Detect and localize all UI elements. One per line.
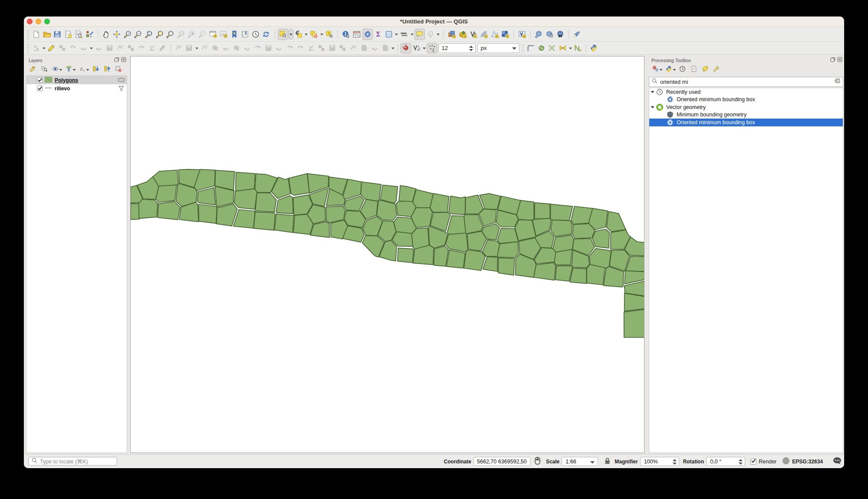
snapping-units-dropdown-icon[interactable] bbox=[510, 44, 519, 54]
toolbox-panel-close-button[interactable] bbox=[837, 57, 842, 62]
web-layers-button[interactable] bbox=[533, 29, 544, 40]
coordinate-input[interactable]: 5662,70 6369592,50 bbox=[473, 457, 530, 466]
add-group-button[interactable] bbox=[38, 65, 49, 75]
map-polygon-feature[interactable] bbox=[551, 220, 572, 237]
split-gray-button[interactable] bbox=[210, 43, 221, 53]
new-virtual-button[interactable] bbox=[517, 29, 527, 40]
new-raster-button[interactable] bbox=[500, 29, 510, 40]
lock-scale-icon[interactable] bbox=[604, 457, 611, 466]
deselect-dropdown[interactable] bbox=[319, 29, 324, 40]
select-rect-dropdown[interactable] bbox=[289, 29, 293, 40]
merge-gray-button[interactable] bbox=[242, 43, 253, 53]
map-polygon-feature[interactable] bbox=[197, 188, 216, 205]
vertex-gray-button[interactable] bbox=[78, 43, 89, 53]
map-polygon-feature[interactable] bbox=[607, 211, 626, 232]
map-polygon-feature[interactable] bbox=[624, 309, 644, 337]
remove-layer-button[interactable] bbox=[112, 65, 124, 75]
filter-funnel-dropdown[interactable] bbox=[72, 69, 76, 71]
python-plugin-button[interactable] bbox=[589, 43, 599, 53]
map-polygon-feature[interactable] bbox=[447, 250, 465, 268]
map-polygon-feature[interactable] bbox=[535, 203, 550, 219]
deselect-button[interactable] bbox=[309, 29, 319, 40]
select-expression-button[interactable] bbox=[293, 29, 304, 40]
regular-gray-button[interactable] bbox=[369, 43, 380, 53]
map-polygon-feature[interactable] bbox=[275, 214, 294, 233]
topo-bowtie-dropdown[interactable] bbox=[568, 43, 573, 54]
rotation-spin-arrows[interactable] bbox=[738, 458, 743, 467]
zoom-full-button[interactable] bbox=[144, 29, 154, 40]
layer-row-rilievo[interactable]: rilievo bbox=[26, 84, 127, 93]
zoom-window-button[interactable] bbox=[44, 19, 50, 24]
map-polygon-feature[interactable] bbox=[236, 172, 255, 192]
pan-hand-button[interactable] bbox=[101, 29, 112, 40]
select-rect-button[interactable] bbox=[278, 29, 288, 40]
folder-open-button[interactable] bbox=[42, 29, 52, 40]
zoom-native-button[interactable] bbox=[176, 29, 186, 40]
map-polygon-feature[interactable] bbox=[434, 246, 448, 266]
snapping-tolerance-spinbox[interactable]: 12 bbox=[438, 43, 476, 53]
web-search-button[interactable] bbox=[555, 29, 566, 40]
map-polygon-feature[interactable] bbox=[449, 196, 465, 215]
copy2-gray-button[interactable] bbox=[125, 43, 136, 53]
topo-n-button[interactable] bbox=[573, 43, 584, 53]
reshape-gray-button[interactable] bbox=[199, 43, 210, 53]
edits-current-button[interactable] bbox=[31, 43, 42, 53]
zoom-selection-button[interactable] bbox=[155, 29, 165, 40]
memory-indicator[interactable] bbox=[118, 77, 125, 85]
tree-row-algorithm[interactable]: Oriented minimum bounding box bbox=[649, 119, 843, 126]
calc-table-dropdown[interactable] bbox=[394, 29, 399, 40]
toolbox-panel-float-button[interactable] bbox=[830, 57, 835, 62]
calc-table-button[interactable] bbox=[384, 29, 394, 40]
map-polygon-feature[interactable] bbox=[555, 266, 572, 281]
expand-all-button[interactable] bbox=[90, 65, 101, 75]
map-canvas[interactable] bbox=[130, 56, 644, 453]
zoom-next-button[interactable] bbox=[197, 29, 207, 40]
map-polygon-feature[interactable] bbox=[234, 189, 257, 209]
map-polygon-feature[interactable] bbox=[625, 293, 644, 311]
map-polygon-feature[interactable] bbox=[413, 189, 434, 208]
python-small-dropdown[interactable] bbox=[673, 69, 677, 71]
new-shapefile-button[interactable] bbox=[468, 29, 478, 40]
snapping-units-combobox[interactable]: px bbox=[477, 43, 519, 53]
filter-expression-dropdown[interactable] bbox=[86, 69, 90, 71]
toolbox-search-input[interactable]: oriented mi bbox=[649, 77, 843, 87]
processing-gear-button[interactable] bbox=[362, 29, 373, 40]
delring-gray-button[interactable] bbox=[338, 43, 349, 53]
wrench-button[interactable] bbox=[710, 65, 722, 75]
map-polygon-feature[interactable] bbox=[254, 212, 276, 230]
crs-globe-icon[interactable] bbox=[782, 456, 790, 466]
map-polygon-feature[interactable] bbox=[411, 208, 432, 227]
map-polygon-feature[interactable] bbox=[515, 220, 536, 241]
swap-gray-button[interactable] bbox=[316, 43, 327, 53]
snap-dots-button[interactable] bbox=[427, 43, 437, 53]
attr-table-button[interactable] bbox=[352, 29, 362, 40]
map-polygon-feature[interactable] bbox=[587, 264, 605, 285]
pan-selection-button[interactable] bbox=[112, 29, 122, 40]
map-polygon-feature[interactable] bbox=[497, 228, 518, 244]
digitize-gray-button[interactable] bbox=[68, 43, 79, 53]
map-polygon-feature[interactable] bbox=[430, 193, 449, 212]
edit-tag-button[interactable] bbox=[699, 65, 710, 75]
map-polygon-feature[interactable] bbox=[361, 182, 381, 201]
select-value-button[interactable] bbox=[324, 29, 335, 40]
trim-gray-button[interactable] bbox=[231, 43, 242, 53]
annotation-gray-dropdown[interactable] bbox=[436, 29, 441, 40]
snap-type-button[interactable] bbox=[411, 43, 422, 53]
chart-gray-button[interactable] bbox=[173, 43, 184, 53]
addring-gray-button[interactable] bbox=[295, 43, 306, 53]
layout-manager-button[interactable] bbox=[73, 29, 84, 40]
new-3d-view-button[interactable] bbox=[218, 29, 229, 40]
render-checkbox[interactable] bbox=[750, 459, 756, 465]
map-polygon-feature[interactable] bbox=[398, 248, 414, 263]
web-lock-button[interactable] bbox=[544, 29, 555, 40]
mergeattr-gray-button[interactable] bbox=[253, 43, 263, 53]
eye-themes-dropdown[interactable] bbox=[59, 69, 63, 71]
refresh-button[interactable] bbox=[261, 29, 271, 40]
zoom-layer-button[interactable] bbox=[165, 29, 175, 40]
broom-styling-button[interactable] bbox=[27, 65, 38, 75]
map-polygon-feature[interactable] bbox=[464, 250, 485, 271]
plugin-rocket-button[interactable] bbox=[572, 29, 582, 40]
map-polygon-feature[interactable] bbox=[554, 249, 572, 265]
edits-current-dropdown[interactable] bbox=[42, 43, 46, 54]
map-polygon-feature[interactable] bbox=[156, 185, 177, 202]
